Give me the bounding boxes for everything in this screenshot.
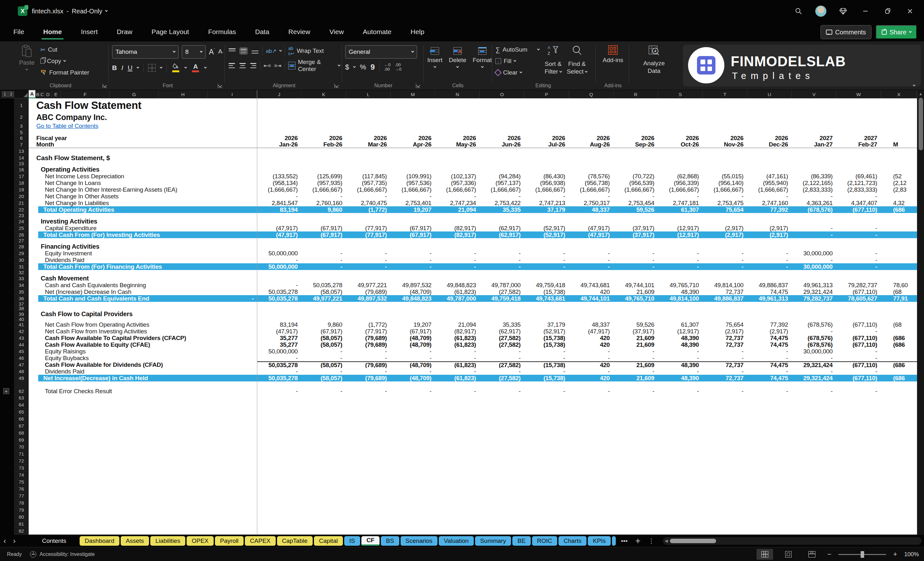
cell[interactable]: Jan-26 <box>257 141 302 148</box>
cell[interactable]: - <box>792 368 837 375</box>
align-left-icon[interactable] <box>228 62 236 69</box>
zoom-level[interactable]: 100% <box>904 551 919 558</box>
cell[interactable]: (677,110) <box>837 341 881 348</box>
cell[interactable]: Dec-26 <box>747 141 792 148</box>
cell[interactable]: 83,194 <box>257 321 302 328</box>
cell[interactable]: (58,057) <box>302 334 346 341</box>
cell[interactable]: (69,461) <box>837 173 881 180</box>
cell[interactable]: (47,917) <box>257 225 302 231</box>
ribbon-tab-help[interactable]: Help <box>410 27 425 37</box>
cell[interactable]: (956,539) <box>614 180 658 186</box>
cell[interactable]: - <box>569 348 614 355</box>
cell[interactable]: 72,737 <box>703 334 747 341</box>
cell[interactable]: 49,977,221 <box>302 295 346 302</box>
row-header[interactable]: 81 <box>14 520 28 528</box>
cell[interactable]: Sep-26 <box>614 141 658 148</box>
cell[interactable]: (1,666,667) <box>703 186 747 193</box>
cell[interactable]: 61,307 <box>658 321 703 328</box>
cell[interactable]: (61,823) <box>435 362 480 368</box>
row-label[interactable]: Total Cash and Cash Equivalents End- <box>28 295 257 302</box>
cell[interactable]: 19,207 <box>391 321 435 328</box>
cell[interactable]: (678,576) <box>792 341 837 348</box>
sheet-tab-bs[interactable]: BS <box>381 536 399 546</box>
cell[interactable]: (677,110) <box>837 375 881 381</box>
cell[interactable]: 72,737 <box>703 341 747 348</box>
cell[interactable]: (48,709) <box>391 334 435 341</box>
cell[interactable]: (68 <box>881 321 917 328</box>
cell[interactable]: 21,609 <box>614 362 658 368</box>
sheet-tab-captable[interactable]: CapTable <box>277 536 313 546</box>
cell[interactable]: (686 <box>881 206 917 213</box>
row-header[interactable]: 26 <box>14 231 28 238</box>
cell[interactable]: 49,886,837 <box>747 282 792 288</box>
sheet-tab-payroll[interactable]: Payroll <box>215 536 244 546</box>
column-header-V[interactable]: V <box>792 90 837 98</box>
cell[interactable]: 420 <box>569 288 614 295</box>
cell[interactable]: - <box>480 193 524 200</box>
sheet-tab-is[interactable]: IS <box>344 536 360 546</box>
cell[interactable]: - <box>569 388 614 394</box>
row-header[interactable]: 40 <box>14 317 28 321</box>
row-header[interactable]: 34 <box>14 282 28 288</box>
cell[interactable]: (15,738) <box>524 341 569 348</box>
cell[interactable]: - <box>614 348 658 355</box>
row-label[interactable]: Cash Flow Statement, $ <box>28 154 257 161</box>
cell[interactable]: (686 <box>881 375 917 381</box>
cell[interactable]: 49,814,100 <box>703 282 747 288</box>
accessibility-status[interactable]: Accessibility: Investigate <box>30 551 94 558</box>
row-header[interactable]: 28 <box>14 243 28 250</box>
cell[interactable]: (12,917) <box>658 231 703 238</box>
cell[interactable]: (2,833,333) <box>792 186 837 193</box>
cell[interactable]: - <box>703 355 747 362</box>
cell[interactable]: 4,347,407 <box>837 200 881 206</box>
cell[interactable]: (1,666,667) <box>480 186 524 193</box>
cell[interactable]: (62,917) <box>480 328 524 334</box>
cell[interactable]: - <box>747 388 792 394</box>
cell[interactable]: 2026 <box>703 135 747 141</box>
align-bottom-icon[interactable] <box>251 48 259 54</box>
cell[interactable]: 72,737 <box>703 375 747 381</box>
ribbon-tab-draw[interactable]: Draw <box>116 27 133 37</box>
cell[interactable]: (27,582) <box>480 334 524 341</box>
row-header[interactable]: 75 <box>14 478 28 486</box>
cell[interactable]: 48,337 <box>569 206 614 213</box>
sheet-tab-scenarios[interactable]: Scenarios <box>400 536 438 546</box>
more-sheets-icon[interactable]: ••• <box>621 537 628 545</box>
align-middle-icon[interactable] <box>240 48 248 54</box>
cell[interactable]: - <box>837 250 881 256</box>
cell[interactable]: - <box>524 256 569 263</box>
cell[interactable]: 19,207 <box>391 206 435 213</box>
zoom-slider-thumb[interactable] <box>861 551 864 558</box>
cell[interactable]: - <box>435 368 480 375</box>
cell[interactable]: (77,917) <box>346 231 391 238</box>
column-header-M[interactable]: M <box>391 90 435 98</box>
cell[interactable]: (12,917) <box>658 328 703 334</box>
cell[interactable]: - <box>480 348 524 355</box>
cell[interactable]: (82,917) <box>435 225 480 231</box>
cell[interactable]: 30,000,000 <box>792 263 837 270</box>
cell[interactable]: - <box>524 193 569 200</box>
column-header-F[interactable]: F <box>60 90 110 98</box>
cell[interactable]: - <box>346 250 391 256</box>
row-header[interactable]: 13 <box>14 148 28 154</box>
font-size-select[interactable]: 8 <box>182 45 206 58</box>
cell[interactable]: (15,738) <box>524 288 569 295</box>
cell[interactable]: (68 <box>881 288 917 295</box>
cell[interactable]: 2026 <box>658 135 703 141</box>
sheet-tab-summary[interactable]: Summary <box>475 536 511 546</box>
cell[interactable]: 49,961,313 <box>747 295 792 302</box>
cell[interactable]: 2026 <box>435 135 480 141</box>
cell[interactable]: M <box>881 141 917 148</box>
cell[interactable]: (67,917) <box>302 328 346 334</box>
cell[interactable]: Aug-26 <box>569 141 614 148</box>
cell[interactable]: (48,709) <box>391 288 435 295</box>
cell[interactable]: (957,536) <box>391 180 435 186</box>
cell[interactable]: 59,526 <box>614 206 658 213</box>
row-header[interactable]: 31 <box>14 263 28 270</box>
cell[interactable]: - <box>747 193 792 200</box>
sheet-tab-cf[interactable]: CF <box>362 536 380 546</box>
cell[interactable]: (2,917) <box>703 225 747 231</box>
zoom-in-icon[interactable]: + <box>893 550 897 558</box>
row-header[interactable]: 20 <box>14 193 28 200</box>
column-header-G[interactable]: G <box>110 90 159 98</box>
